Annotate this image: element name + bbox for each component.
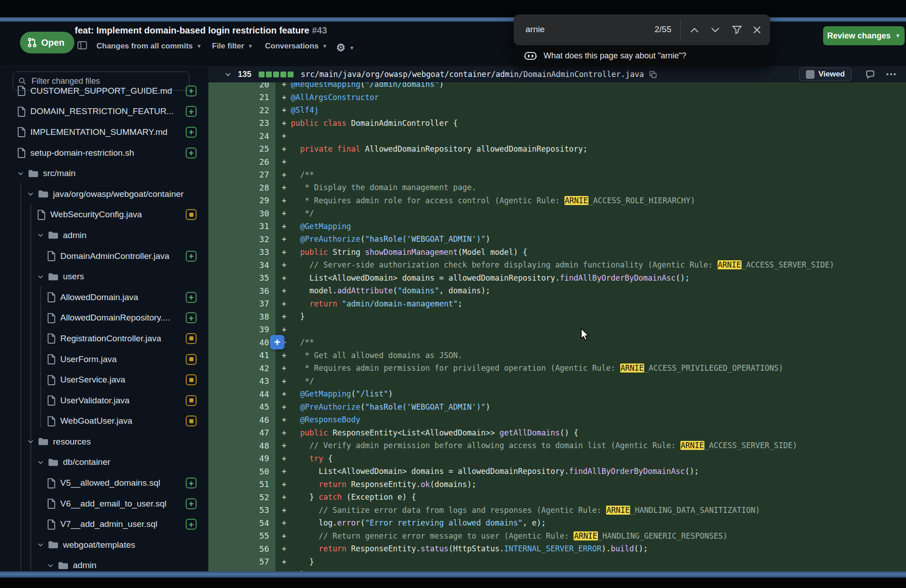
tree-file[interactable]: CUSTOMER_SUPPORT_GUIDE.md+ bbox=[0, 81, 208, 101]
tree-file[interactable]: AllowedDomain.java+ bbox=[0, 287, 208, 308]
diff-line: 56+ return ResponseEntity.status(HttpSta… bbox=[208, 542, 906, 555]
tree-folder[interactable]: java/org/owasp/webgoat/container bbox=[0, 184, 208, 205]
diff-add-marker: + bbox=[282, 351, 291, 360]
tree-file[interactable]: V5__allowed_domains.sql+ bbox=[0, 473, 208, 493]
code-text: @PreAuthorize("hasRole('WEBGOAT_ADMIN')"… bbox=[291, 402, 490, 411]
review-changes-button[interactable]: Review changes ▼ bbox=[823, 26, 905, 45]
viewed-toggle[interactable]: Viewed bbox=[799, 67, 852, 81]
line-number[interactable]: 52 bbox=[208, 491, 275, 504]
search-match-highlight: ARNIE bbox=[573, 531, 598, 540]
filter-icon bbox=[732, 25, 742, 34]
line-number[interactable]: 53 bbox=[208, 504, 275, 517]
conversations-dropdown[interactable]: Conversations ▼ bbox=[265, 42, 328, 51]
tree-file[interactable]: IMPLEMENTATION_SUMMARY.md+ bbox=[0, 122, 208, 143]
line-number[interactable]: 39 bbox=[208, 323, 275, 336]
modified-file-badge bbox=[186, 395, 197, 406]
chevron-down-icon bbox=[37, 273, 44, 280]
tree-file[interactable]: AllowedDomainRepository....+ bbox=[0, 308, 208, 329]
tree-folder[interactable]: users bbox=[0, 266, 208, 287]
code-text: /** bbox=[291, 338, 314, 347]
line-number[interactable]: 51 bbox=[208, 478, 275, 491]
tree-file[interactable]: RegistrationController.java bbox=[0, 328, 208, 349]
tree-file[interactable]: V6__add_email_to_user.sql+ bbox=[0, 493, 208, 514]
tree-file[interactable]: DOMAIN_RESTRICTION_FEATUR...+ bbox=[0, 101, 208, 122]
line-number[interactable]: 50 bbox=[208, 465, 275, 478]
line-number[interactable]: 55 bbox=[208, 530, 275, 543]
line-number[interactable]: 31 bbox=[208, 220, 275, 233]
line-number[interactable]: 26 bbox=[208, 155, 275, 168]
line-number[interactable]: 44 bbox=[208, 387, 275, 401]
file-filter-dropdown[interactable]: File filter ▼ bbox=[212, 42, 253, 51]
line-number[interactable]: 43 bbox=[208, 375, 275, 388]
line-number[interactable]: 47 bbox=[208, 426, 275, 440]
tree-file[interactable]: DomainAdminController.java+ bbox=[0, 246, 208, 267]
tree-file[interactable]: WebGoatUser.java bbox=[0, 411, 208, 432]
tree-file[interactable]: UserValidator.java bbox=[0, 390, 208, 411]
collapse-sidebar-button[interactable] bbox=[76, 40, 88, 51]
diff-add-marker: + bbox=[282, 260, 291, 269]
line-number[interactable]: 30 bbox=[208, 207, 275, 220]
tree-folder[interactable]: admin bbox=[0, 225, 208, 246]
diff-line: 35+ List<AllowedDomain> domains = allowe… bbox=[208, 272, 906, 285]
line-number[interactable]: 42 bbox=[208, 362, 275, 375]
line-number[interactable]: 21 bbox=[208, 91, 275, 104]
line-number[interactable]: 29 bbox=[208, 194, 275, 207]
code-text: } catch (Exception e) { bbox=[291, 492, 416, 502]
line-number[interactable]: 27 bbox=[208, 168, 275, 182]
line-number[interactable]: 32 bbox=[208, 233, 275, 246]
line-number[interactable]: 25 bbox=[208, 143, 275, 156]
tree-file[interactable]: WebSecurityConfig.java bbox=[0, 205, 208, 225]
tree-folder[interactable]: db/container bbox=[0, 452, 208, 473]
line-number[interactable]: 35 bbox=[208, 272, 275, 285]
tree-folder[interactable]: webgoat/templates bbox=[0, 535, 208, 555]
folder-icon bbox=[48, 231, 58, 239]
tree-file[interactable]: UserForm.java bbox=[0, 349, 208, 370]
line-number[interactable]: 37 bbox=[208, 297, 275, 311]
line-number[interactable]: 33 bbox=[208, 246, 275, 259]
find-close-button[interactable] bbox=[749, 23, 765, 37]
line-number[interactable]: 56 bbox=[208, 542, 275, 555]
line-number[interactable]: 57 bbox=[208, 555, 275, 569]
line-number[interactable]: 49 bbox=[208, 452, 275, 465]
find-input[interactable]: arnie bbox=[525, 24, 545, 34]
line-number[interactable]: 24 bbox=[208, 129, 275, 143]
collapse-file-chevron-icon[interactable] bbox=[225, 71, 231, 78]
diff-line: 42+ * Requires admin permission for priv… bbox=[208, 362, 906, 375]
copy-path-icon[interactable] bbox=[649, 71, 657, 78]
find-prev-button[interactable] bbox=[687, 23, 702, 37]
viewed-checkbox[interactable] bbox=[806, 70, 814, 79]
line-number[interactable]: 22 bbox=[208, 104, 275, 117]
tree-file[interactable]: UserService.java bbox=[0, 369, 208, 390]
commits-dropdown[interactable]: Changes from all commits ▼ bbox=[96, 42, 202, 51]
diff-line: 57+ } bbox=[208, 555, 906, 569]
diff-line-content: + * Display the domain management page. bbox=[275, 181, 906, 194]
file-comment-button[interactable] bbox=[863, 67, 877, 81]
line-number[interactable]: 45 bbox=[208, 401, 275, 414]
tree-file[interactable]: setup-domain-restriction.sh+ bbox=[0, 143, 208, 163]
find-filter-button[interactable] bbox=[729, 23, 745, 37]
line-number[interactable]: 38 bbox=[208, 310, 275, 323]
diff-settings-button[interactable]: ⚙ ▼ bbox=[336, 42, 355, 54]
line-number[interactable]: 48 bbox=[208, 439, 275, 452]
line-number[interactable]: 36 bbox=[208, 284, 275, 297]
tree-folder[interactable]: resources bbox=[0, 431, 208, 452]
line-number[interactable]: 40 bbox=[208, 336, 275, 349]
file-icon bbox=[47, 375, 56, 385]
diff-add-marker: + bbox=[282, 428, 291, 437]
line-number[interactable]: 28 bbox=[208, 181, 275, 194]
tree-folder[interactable]: src/main bbox=[0, 163, 208, 184]
tree-file[interactable]: V7__add_admin_user.sql+ bbox=[0, 514, 208, 535]
line-number[interactable]: 46 bbox=[208, 413, 275, 426]
ai-suggestion-item[interactable]: What does this page say about "arnie"? bbox=[514, 45, 770, 67]
chevron-down-icon bbox=[37, 541, 44, 548]
line-number[interactable]: 23 bbox=[208, 117, 275, 130]
diff-add-marker: + bbox=[282, 531, 291, 540]
file-options-button[interactable] bbox=[883, 67, 899, 81]
diff-line: 39+ bbox=[208, 323, 906, 336]
find-next-button[interactable] bbox=[708, 23, 723, 37]
line-number[interactable]: 54 bbox=[208, 516, 275, 530]
line-number[interactable]: 41 bbox=[208, 349, 275, 362]
add-line-comment-button[interactable]: + bbox=[270, 335, 284, 349]
line-number[interactable]: 34 bbox=[208, 258, 275, 272]
folder-icon bbox=[58, 561, 68, 570]
